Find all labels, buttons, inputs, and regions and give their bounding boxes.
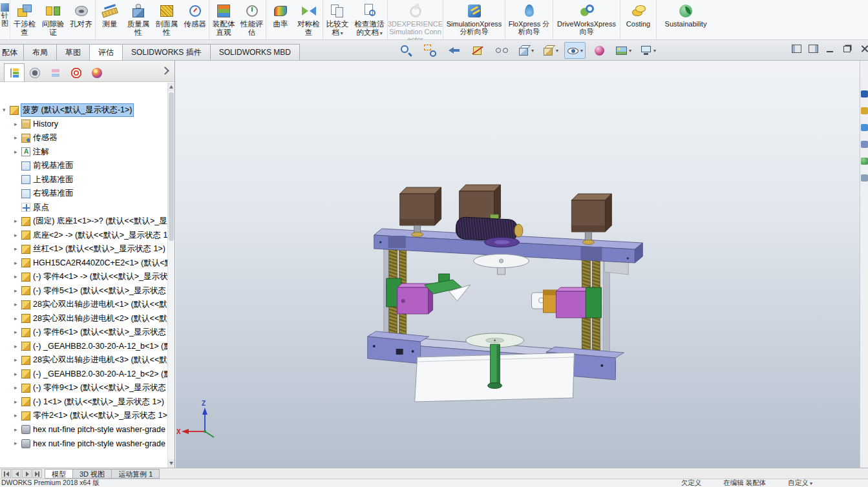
tree-item[interactable]: hex nut-fine pitch-style washer-grade [0,423,167,437]
ribbon-button[interactable]: 比较文档 [323,0,352,39]
scroll-down-arrow-icon[interactable] [168,459,175,468]
tree-item[interactable]: 上视基准面 [0,173,167,187]
minimize-icon[interactable] [823,43,836,55]
tree-item[interactable]: (-) 零件4<1> -> (默认<<默认>_显示状态 1 [0,270,167,284]
expand-arrow-icon[interactable] [14,413,21,419]
expand-arrow-icon[interactable] [14,135,21,141]
expand-arrow-icon[interactable] [14,385,21,391]
command-tab[interactable]: SOLIDWORKS 插件 [122,44,211,60]
tree-item[interactable]: 传感器 [0,131,167,145]
tree-item[interactable]: History [0,118,167,132]
document-tab[interactable]: 运动算例 1 [111,469,160,479]
solidworks-resources-icon[interactable] [861,90,868,98]
tree-item[interactable]: 零件2<1> (默认<<默认>_显示状态 1>) [0,409,167,423]
ribbon-button[interactable]: 性能评估 [238,0,266,39]
restore-icon[interactable] [840,43,853,55]
close-icon[interactable] [859,43,868,55]
machine-assembly-model[interactable] [368,185,643,402]
annotation-view-icon[interactable] [491,42,512,59]
tree-item[interactable]: 底座<2> -> (默认<<默认>_显示状态 1>) [0,229,167,243]
expand-arrow-icon[interactable] [14,246,21,252]
appearances-scenes-icon[interactable] [861,158,868,165]
expand-arrow-icon[interactable] [14,440,21,446]
tree-scrollbar[interactable] [167,83,175,468]
design-library-icon[interactable] [861,107,868,114]
hide-show-items-icon[interactable] [564,42,586,59]
graphics-viewport[interactable]: X Z [176,61,860,468]
previous-view-icon[interactable] [443,42,464,59]
expand-arrow-icon[interactable] [14,149,21,155]
featuremanager-tab-icon[interactable] [4,63,25,81]
expand-arrow-icon[interactable] [14,316,21,322]
tab-scroll-next-icon[interactable] [22,469,32,478]
tab-scroll-last-icon[interactable] [32,469,42,478]
tree-item[interactable]: 28实心双出轴步进电机<1> (默认<<默认>_ [0,298,167,312]
ribbon-button[interactable]: 对称检查 [295,0,323,39]
expand-arrow-icon[interactable] [14,260,21,266]
tab-scroll-first-icon[interactable] [1,469,11,478]
ribbon-button[interactable]: 间隙验证 [39,0,67,39]
ribbon-button[interactable]: 干涉检查 [10,0,39,39]
tree-item[interactable]: hex nut-fine pitch-style washer-grade [0,437,167,451]
command-tab[interactable]: 评估 [89,44,123,60]
expand-arrow-icon[interactable] [14,288,21,294]
expand-arrow-icon[interactable] [3,107,10,113]
ribbon-button[interactable]: 测量 [96,0,124,39]
propertymanager-tab-icon[interactable] [25,63,45,81]
tree-item[interactable]: 右视基准面 [0,187,167,201]
tree-item[interactable]: (-) 零件9<1> (默认<<默认>_显示状态 1>) [0,381,167,395]
ribbon-button[interactable]: Costing [620,0,657,39]
ribbon-button[interactable]: 曲率 [266,0,295,39]
custom-properties-icon[interactable] [861,174,868,181]
pane-left-icon[interactable] [790,43,803,55]
expand-arrow-icon[interactable] [14,344,21,349]
expand-arrow-icon[interactable] [14,121,21,127]
tree-item[interactable]: 原点 [0,201,167,215]
ribbon-button[interactable]: Sustainability [657,0,715,39]
scrollbar-thumb[interactable] [169,92,174,241]
view-orientation-icon[interactable] [515,42,536,59]
scroll-up-arrow-icon[interactable] [168,83,175,91]
ribbon-button[interactable]: FloXpress 分析向导 [505,0,553,39]
zoom-fit-icon[interactable] [396,42,416,59]
zoom-area-icon[interactable] [419,42,440,59]
expand-arrow-icon[interactable] [14,427,21,433]
dimxpertmanager-tab-icon[interactable] [66,63,87,81]
right-carriage[interactable] [531,287,601,318]
edit-appearance-icon[interactable] [589,42,609,59]
left-carriage[interactable] [386,274,471,314]
displaymanager-tab-icon[interactable] [87,63,107,81]
tree-item[interactable]: (-) _GEAHBB2.0-30-20-A-12_b<2> (默认< [0,368,167,382]
command-tab[interactable]: 布局 [23,44,57,60]
expand-arrow-icon[interactable] [14,302,21,307]
configurationmanager-tab-icon[interactable] [45,63,66,81]
stepper-motor-right[interactable] [571,194,611,245]
tree-item[interactable]: (固定) 底座1<1>->? (默认<<默认>_显示状 [0,214,167,229]
ribbon-button[interactable]: 3DEXPERIENCE Simulation Connector [388,0,443,39]
ribbon-button[interactable]: 检查激活的文档 [352,0,388,39]
ribbon-button[interactable]: 孔对齐 [67,0,96,39]
expand-arrow-icon[interactable] [14,218,21,224]
command-tab[interactable]: 配体 [0,44,24,60]
tree-item[interactable]: (-) 零件6<1> (默认<<默认>_显示状态 1>) [0,326,167,340]
view-palette-icon[interactable] [861,141,868,148]
expand-arrow-icon[interactable] [14,274,21,280]
apply-scene-icon[interactable] [613,42,634,59]
pane-right-icon[interactable] [807,43,820,55]
ribbon-button[interactable]: 装配体直观 [209,0,238,39]
tab-scroll-previous-icon[interactable] [12,469,21,478]
expand-arrow-icon[interactable] [14,329,21,335]
tree-item[interactable]: 注解 [0,145,167,160]
document-tab[interactable]: 模型 [45,469,73,479]
display-style-icon[interactable] [540,42,561,59]
tree-item[interactable]: 丝杠<1> (默认<<默认>_显示状态 1>) [0,242,167,256]
view-settings-icon[interactable] [637,42,659,59]
expand-arrow-icon[interactable] [14,371,21,377]
status-customize[interactable]: 自定义 [788,479,812,487]
ribbon-button[interactable]: SimulationXpress 分析向导 [443,0,505,39]
document-tab[interactable]: 3D 视图 [72,469,112,479]
tree-item[interactable]: 28实心双出轴步进电机<3> (默认<<默认>_ [0,353,167,368]
tree-item[interactable]: 前视基准面 [0,159,167,173]
ribbon-button[interactable]: 剖面属性 [153,0,181,39]
ribbon-button[interactable]: DriveWorksXpress 向导 [553,0,620,39]
